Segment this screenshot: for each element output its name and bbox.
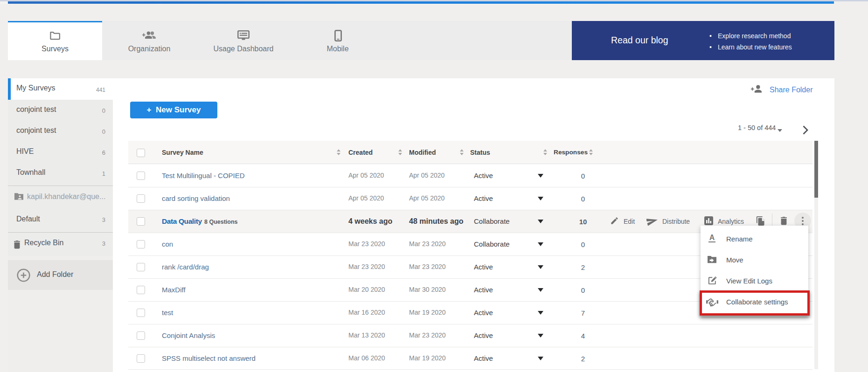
svg-text:A: A: [709, 234, 715, 241]
